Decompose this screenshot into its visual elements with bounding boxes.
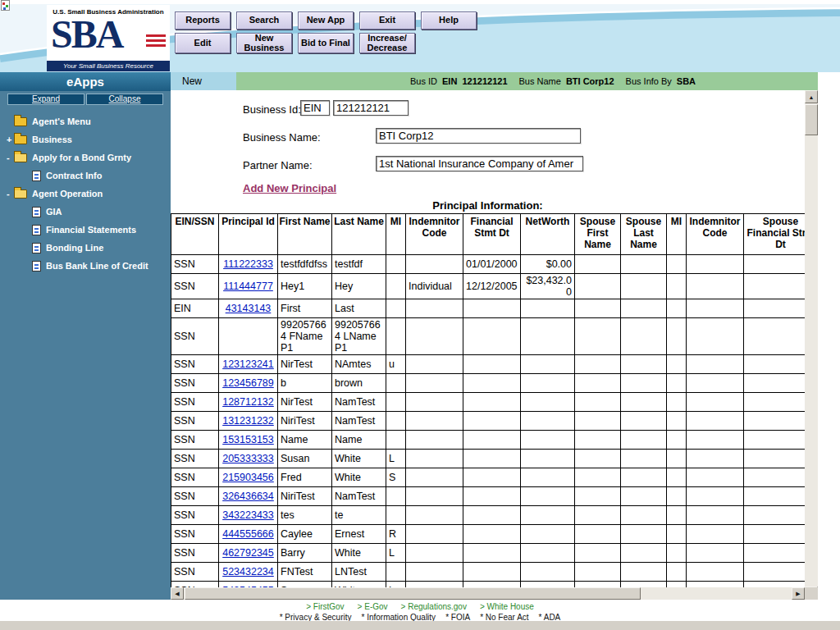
scroll-right-arrow[interactable]: ▶ <box>792 587 805 600</box>
tree-toggle[interactable]: + <box>7 135 14 144</box>
cell-first-name: 992057664 FName P1 <box>278 318 332 355</box>
column-header-spouse-first-name: Spouse First Name <box>575 214 621 255</box>
principal-id-link[interactable]: 205333333 <box>222 453 274 464</box>
toolbar-button-help[interactable]: Help <box>421 11 477 30</box>
cell-spouse-indemnitor-code <box>687 468 744 487</box>
cell-indemnitor-code <box>406 431 463 450</box>
business-name-field[interactable] <box>376 128 581 144</box>
tab-new[interactable]: New <box>171 72 236 90</box>
cell-indemnitor-code <box>406 255 463 274</box>
scroll-left-arrow[interactable]: ◀ <box>171 587 184 600</box>
business-id-field[interactable] <box>333 100 409 116</box>
business-id-type-field[interactable] <box>300 100 330 116</box>
principal-id-link[interactable]: 215903456 <box>222 472 274 483</box>
add-new-principal-link[interactable]: Add New Principal <box>243 182 336 194</box>
principal-row: SSN215903456FredWhiteS <box>171 468 806 487</box>
principal-id-link[interactable]: 153153153 <box>222 434 274 445</box>
toolbar-button-new-business[interactable]: New Business <box>236 33 292 53</box>
cell-last-name: Ernest <box>332 525 386 544</box>
collapse-button[interactable]: Collapse <box>86 94 163 105</box>
sidebar-item-gia[interactable]: GIA <box>0 203 171 221</box>
principal-id-link[interactable]: 343223433 <box>222 509 274 521</box>
sidebar-item-agent-operation[interactable]: -Agent Operation <box>0 185 171 203</box>
principal-id-link[interactable]: 523432234 <box>222 566 274 578</box>
sidebar-item-bonding-line[interactable]: Bonding Line <box>0 239 171 257</box>
vertical-scrollbar[interactable]: ▲ ▼ <box>805 90 818 600</box>
principal-id-link[interactable]: 128712132 <box>222 396 274 408</box>
vertical-scrollbar-thumb[interactable] <box>805 104 818 135</box>
cell-spouse-mi <box>667 299 687 318</box>
sidebar-item-contract-info[interactable]: Contract Info <box>0 167 171 185</box>
sidebar-item-bus-bank-line-of-credit[interactable]: Bus Bank Line of Credit <box>0 257 171 275</box>
cell-spouse-first-name <box>575 563 621 582</box>
cell-spouse-last-name <box>621 506 667 525</box>
toolbar-row-2: EditNew BusinessBid to FinalIncrease/​De… <box>175 33 415 53</box>
principal-id-link[interactable]: 462792345 <box>222 547 274 559</box>
horizontal-scrollbar-thumb[interactable] <box>185 587 641 600</box>
principal-id-link[interactable]: 43143143 <box>226 303 272 314</box>
cell-spouse-mi <box>667 525 687 544</box>
footer-link-firstgov[interactable]: > FirstGov <box>306 602 344 611</box>
folder-open-icon <box>14 189 27 199</box>
expand-button[interactable]: Expand <box>7 94 84 105</box>
footer-link-regulations-gov[interactable]: > Regulations.gov <box>401 602 467 611</box>
sidebar-item-apply-for-a-bond-grnty[interactable]: -Apply for a Bond Grnty <box>0 148 171 167</box>
cell-indemnitor-code <box>406 525 463 544</box>
toolbar-button-increase-decrease[interactable]: Increase/​Decrease <box>359 33 415 53</box>
cell-ein-ssn: SSN <box>171 355 219 374</box>
cell-spouse-indemnitor-code <box>687 274 744 299</box>
cell-spouse-last-name <box>621 299 667 318</box>
toolbar-button-search[interactable]: Search <box>236 11 292 30</box>
principal-id-link[interactable]: 123123241 <box>222 358 274 370</box>
principal-row: SSN153153153NameName <box>171 431 806 450</box>
cell-principal-id: 43143143 <box>219 299 278 318</box>
cell-indemnitor-code: Individual <box>406 274 463 299</box>
cell-indemnitor-code <box>406 450 463 468</box>
header-banner: U.S. Small Business Administration SBA Y… <box>0 4 840 72</box>
cell-first-name: NirTest <box>278 355 332 374</box>
principal-id-link[interactable]: 444555666 <box>222 528 274 540</box>
principal-id-link[interactable]: 111444777 <box>223 281 273 292</box>
principal-id-link[interactable]: 123456789 <box>222 377 274 389</box>
cell-last-name: LNTest <box>332 563 386 582</box>
cell-spouse-mi <box>667 506 687 525</box>
toolbar-button-edit[interactable]: Edit <box>175 33 231 53</box>
cell-spouse-financial-stmt-dt <box>744 468 806 487</box>
toolbar-button-reports[interactable]: Reports <box>175 11 231 30</box>
toolbar-button-exit[interactable]: Exit <box>359 11 415 30</box>
cell-spouse-first-name <box>575 318 621 355</box>
cell-last-name: Name <box>332 431 386 450</box>
cell-spouse-mi <box>667 431 687 450</box>
principal-id-link[interactable]: 111222333 <box>223 258 273 270</box>
cell-indemnitor-code <box>406 393 463 412</box>
sidebar-item-agent-s-menu[interactable]: Agent's Menu <box>0 112 171 130</box>
cell-first-name: testfdfdfss <box>278 255 332 274</box>
cell-principal-id: 343223433 <box>219 506 278 525</box>
toolbar-button-new-app[interactable]: New App <box>298 11 354 30</box>
cell-spouse-financial-stmt-dt <box>744 255 806 274</box>
partner-name-field[interactable] <box>376 156 583 171</box>
horizontal-scrollbar[interactable]: ◀ ▶ <box>171 587 805 600</box>
doc-icon <box>32 171 41 181</box>
principal-id-link[interactable]: 326436634 <box>222 491 274 502</box>
sidebar-item-financial-statements[interactable]: Financial Statements <box>0 221 171 239</box>
cell-spouse-first-name <box>575 487 621 506</box>
tree-toggle[interactable]: - <box>7 153 14 162</box>
footer-link-white-house[interactable]: > White House <box>480 602 534 611</box>
sidebar-item-business[interactable]: +Business <box>0 130 171 148</box>
table-header-row: EIN/SSNPrincipal IdFirst NameLast NameMI… <box>171 214 806 255</box>
footer-link-e-gov[interactable]: > E-Gov <box>358 602 388 611</box>
cell-ein-ssn: SSN <box>171 393 219 412</box>
cell-spouse-first-name <box>575 393 621 412</box>
tree-toggle[interactable]: - <box>7 189 14 199</box>
cell-spouse-last-name <box>621 355 667 374</box>
cell-spouse-indemnitor-code <box>687 318 744 355</box>
cell-ein-ssn: SSN <box>171 506 219 525</box>
cell-spouse-first-name <box>575 506 621 525</box>
scroll-up-arrow[interactable]: ▲ <box>805 90 818 103</box>
business-info-bar: Bus ID EIN 121212121 Bus Name BTI Corp12… <box>236 72 818 90</box>
cell-spouse-indemnitor-code <box>687 487 744 506</box>
cell-spouse-last-name <box>621 563 667 582</box>
toolbar-button-bid-to-final[interactable]: Bid to Final <box>298 33 354 53</box>
principal-id-link[interactable]: 131231232 <box>222 415 274 427</box>
